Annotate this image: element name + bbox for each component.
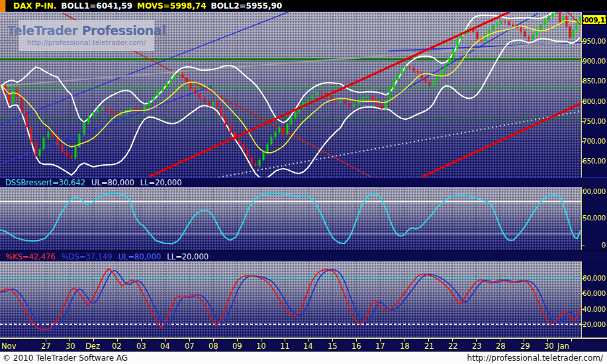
indicator-tick-label: 80,000 — [583, 274, 606, 282]
stochastic-label-bar: %KS=42,476 %DS=37,149 UL=80,000 LL=20,00… — [0, 250, 607, 261]
indicator-tick-label: 40,000 — [583, 305, 606, 313]
ks-ll-label: LL=20,000 — [167, 252, 209, 261]
indicator-tick-label: 50,000 — [583, 214, 606, 222]
indicator-tick-label: 0 — [602, 241, 606, 249]
date-tick-label: 30 — [544, 341, 554, 351]
price-tick-label: 5750,00 — [581, 117, 606, 125]
boll2-value: BOLL2=5955,90 — [210, 1, 282, 11]
date-axis[interactable]: Nov2730Dez020304070809101114151617182122… — [0, 338, 607, 351]
date-tick-label: 15 — [328, 341, 338, 351]
date-tick-label: 16 — [351, 341, 361, 351]
date-tick-label: 09 — [232, 341, 242, 351]
date-tick-label: 03 — [136, 341, 146, 351]
chart-title-bar: DAX P-IN. BOLL1=6041,59 MOVS=5998,74 BOL… — [0, 0, 607, 12]
footer-url-link[interactable]: http://professional.teletrader.com/ — [467, 353, 603, 363]
date-tick-label: 21 — [424, 341, 434, 351]
teletrader-watermark: TeleTrader Professional http://professio… — [19, 20, 154, 51]
indicator-tick-label: 60,000 — [583, 289, 606, 297]
date-tick-label: 04 — [160, 341, 170, 351]
indicator-tick-label: 100,000 — [581, 187, 606, 195]
date-tick-label: 10 — [256, 341, 266, 351]
ks-value-label: %KS=42,476 — [5, 252, 56, 261]
status-bar: © 2010 TeleTrader Software AG http://pro… — [0, 351, 607, 364]
dss-axis[interactable]: 100,00050,0000 — [581, 187, 607, 250]
dss-ll-label: LL=20,000 — [140, 178, 182, 187]
date-tick-label: 02 — [112, 341, 122, 351]
date-tick-label: 11 — [280, 341, 290, 351]
date-tick-label: Dez — [85, 341, 100, 351]
date-tick-label: 17 — [375, 341, 385, 351]
boll1-value: BOLL1=6041,59 — [61, 1, 132, 11]
teletrader-chart-window: DAX P-IN. BOLL1=6041,59 MOVS=5998,74 BOL… — [0, 0, 607, 364]
ds-line — [0, 270, 581, 330]
date-tick-label: 07 — [185, 341, 195, 351]
date-tick-label: 18 — [400, 341, 410, 351]
date-tick-mark — [571, 339, 572, 341]
date-tick-label: 14 — [303, 341, 313, 351]
date-tick-label: 22 — [448, 341, 458, 351]
date-tick-label: 08 — [209, 341, 218, 351]
stochastic-panel-row: 80,00060,00040,00020,000 — [0, 261, 607, 338]
last-price-box: 6009,17 — [583, 15, 606, 24]
stochastic-chart-svg — [0, 261, 581, 338]
symbol-label: DAX P-IN. — [13, 1, 56, 11]
watermark-brand: TeleTrader — [7, 23, 78, 38]
stochastic-axis[interactable]: 80,00060,00040,00020,000 — [581, 261, 607, 338]
date-tick-label: 30 — [66, 341, 75, 351]
date-tick-label: 28 — [496, 341, 506, 351]
price-tick-label: 5850,00 — [581, 77, 606, 85]
watermark-brand-bold: Professional — [82, 23, 166, 38]
indicator-tick-mark — [582, 245, 584, 246]
price-tick-label: 5950,00 — [581, 37, 606, 45]
date-tick-label: 29 — [520, 341, 530, 351]
price-panel-row: TeleTrader Professional http://professio… — [0, 12, 607, 177]
symbol-color-block-icon — [0, 0, 6, 12]
watermark-url: http://professional.teletrader.com/ — [27, 39, 146, 46]
price-tick-label: 5700,00 — [581, 137, 606, 145]
dss-ul-label: UL=80,000 — [91, 178, 134, 187]
ks-ul-label: UL=80,000 — [118, 252, 162, 261]
dss-value-label: DSSBressert=30,642 — [5, 178, 85, 187]
date-tick-label: Nov — [1, 341, 16, 351]
dss-indicator-plot[interactable] — [0, 187, 581, 250]
stochastic-indicator-plot[interactable] — [0, 261, 581, 338]
movs-value: MOVS=5998,74 — [137, 1, 206, 11]
date-tick-label: Jan — [557, 341, 569, 351]
price-axis[interactable]: 6009,17 6000,005950,005900,005850,005800… — [581, 12, 607, 177]
price-tick-label: 5900,00 — [581, 57, 606, 65]
ds-value-label: %DS=37,149 — [62, 252, 113, 261]
indicator-tick-label: 20,000 — [583, 320, 606, 328]
price-tick-label: 5800,00 — [581, 97, 606, 105]
date-tick-label: 27 — [41, 341, 51, 351]
dss-chart-svg — [0, 187, 581, 250]
copyright-text: © 2010 TeleTrader Software AG — [3, 353, 128, 363]
date-tick-label: 23 — [472, 341, 482, 351]
price-tick-label: 5650,00 — [581, 157, 606, 165]
dss-indicator-label-bar: DSSBressert=30,642 UL=80,000 LL=20,000 — [0, 177, 607, 187]
dss-panel-row: 100,00050,0000 — [0, 187, 607, 250]
price-chart-plot[interactable]: TeleTrader Professional http://professio… — [0, 12, 581, 177]
